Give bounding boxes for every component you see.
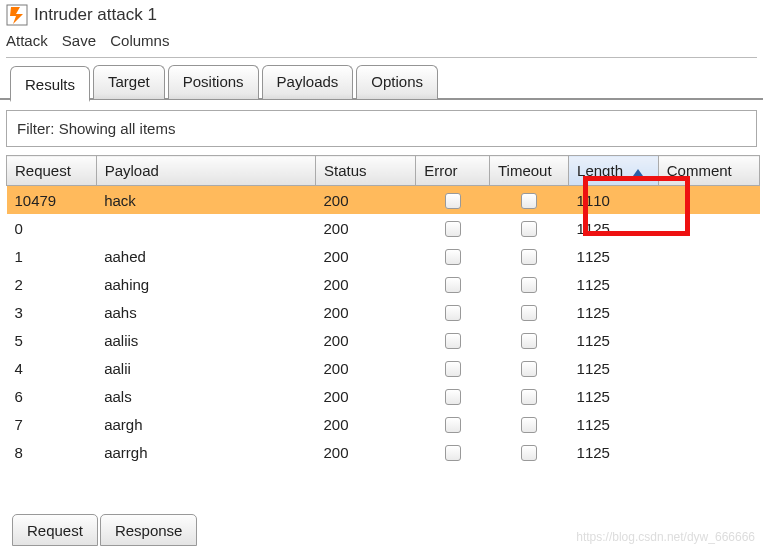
cell-payload: aals <box>96 382 315 410</box>
cell-status: 200 <box>316 382 416 410</box>
tab-positions[interactable]: Positions <box>168 65 259 99</box>
cell-timeout <box>490 438 569 466</box>
window-titlebar: Intruder attack 1 <box>0 0 763 26</box>
cell-error <box>416 242 490 270</box>
cell-request: 5 <box>7 326 97 354</box>
cell-error <box>416 186 490 215</box>
cell-comment <box>658 410 759 438</box>
checkbox-icon[interactable] <box>445 417 461 433</box>
cell-comment <box>658 214 759 242</box>
checkbox-icon[interactable] <box>521 193 537 209</box>
tab-payloads[interactable]: Payloads <box>262 65 354 99</box>
cell-error <box>416 270 490 298</box>
tab-options[interactable]: Options <box>356 65 438 99</box>
tab-response[interactable]: Response <box>100 514 198 546</box>
tab-results[interactable]: Results <box>10 66 90 102</box>
cell-timeout <box>490 298 569 326</box>
cell-payload: aalii <box>96 354 315 382</box>
cell-timeout <box>490 354 569 382</box>
table-row[interactable]: 10479hack2001110 <box>7 186 760 215</box>
table-row[interactable]: 2aahing2001125 <box>7 270 760 298</box>
cell-status: 200 <box>316 242 416 270</box>
cell-length: 1125 <box>569 270 659 298</box>
cell-error <box>416 438 490 466</box>
table-row[interactable]: 02001125 <box>7 214 760 242</box>
filter-bar[interactable]: Filter: Showing all items <box>6 110 757 147</box>
checkbox-icon[interactable] <box>445 389 461 405</box>
tab-request[interactable]: Request <box>12 514 98 546</box>
col-comment[interactable]: Comment <box>658 156 759 186</box>
cell-error <box>416 382 490 410</box>
table-row[interactable]: 5aaliis2001125 <box>7 326 760 354</box>
cell-comment <box>658 326 759 354</box>
checkbox-icon[interactable] <box>445 193 461 209</box>
checkbox-icon[interactable] <box>521 277 537 293</box>
cell-timeout <box>490 214 569 242</box>
cell-comment <box>658 298 759 326</box>
col-error[interactable]: Error <box>416 156 490 186</box>
cell-comment <box>658 438 759 466</box>
table-row[interactable]: 6aals2001125 <box>7 382 760 410</box>
table-row[interactable]: 7aargh2001125 <box>7 410 760 438</box>
checkbox-icon[interactable] <box>521 333 537 349</box>
cell-timeout <box>490 186 569 215</box>
cell-payload <box>96 214 315 242</box>
menu-columns[interactable]: Columns <box>110 32 169 49</box>
col-payload[interactable]: Payload <box>96 156 315 186</box>
col-timeout[interactable]: Timeout <box>490 156 569 186</box>
checkbox-icon[interactable] <box>445 361 461 377</box>
table-row[interactable]: 8aarrgh2001125 <box>7 438 760 466</box>
checkbox-icon[interactable] <box>521 389 537 405</box>
col-length[interactable]: Length <box>569 156 659 186</box>
checkbox-icon[interactable] <box>445 445 461 461</box>
table-row[interactable]: 3aahs2001125 <box>7 298 760 326</box>
cell-status: 200 <box>316 298 416 326</box>
checkbox-icon[interactable] <box>445 333 461 349</box>
col-status[interactable]: Status <box>316 156 416 186</box>
cell-length: 1125 <box>569 354 659 382</box>
cell-request: 0 <box>7 214 97 242</box>
cell-length: 1125 <box>569 298 659 326</box>
checkbox-icon[interactable] <box>521 361 537 377</box>
tab-target[interactable]: Target <box>93 65 165 99</box>
table-row[interactable]: 4aalii2001125 <box>7 354 760 382</box>
cell-status: 200 <box>316 270 416 298</box>
checkbox-icon[interactable] <box>445 249 461 265</box>
cell-timeout <box>490 410 569 438</box>
cell-payload: aarrgh <box>96 438 315 466</box>
checkbox-icon[interactable] <box>521 305 537 321</box>
watermark: https://blog.csdn.net/dyw_666666 <box>576 530 755 544</box>
cell-length: 1110 <box>569 186 659 215</box>
col-request[interactable]: Request <box>7 156 97 186</box>
app-icon <box>6 4 28 26</box>
checkbox-icon[interactable] <box>521 221 537 237</box>
cell-comment <box>658 186 759 215</box>
cell-request: 3 <box>7 298 97 326</box>
cell-request: 6 <box>7 382 97 410</box>
checkbox-icon[interactable] <box>445 277 461 293</box>
menu-attack[interactable]: Attack <box>6 32 48 49</box>
cell-error <box>416 214 490 242</box>
cell-timeout <box>490 242 569 270</box>
cell-error <box>416 354 490 382</box>
cell-status: 200 <box>316 326 416 354</box>
cell-error <box>416 326 490 354</box>
checkbox-icon[interactable] <box>521 417 537 433</box>
cell-payload: aahs <box>96 298 315 326</box>
checkbox-icon[interactable] <box>521 249 537 265</box>
col-length-label: Length <box>577 162 623 179</box>
checkbox-icon[interactable] <box>445 305 461 321</box>
cell-error <box>416 410 490 438</box>
checkbox-icon[interactable] <box>445 221 461 237</box>
menu-save[interactable]: Save <box>62 32 96 49</box>
checkbox-icon[interactable] <box>521 445 537 461</box>
cell-request: 4 <box>7 354 97 382</box>
menu-bar: Attack Save Columns <box>0 26 763 57</box>
cell-timeout <box>490 326 569 354</box>
main-tabs: Results Target Positions Payloads Option… <box>0 58 763 100</box>
table-row[interactable]: 1aahed2001125 <box>7 242 760 270</box>
cell-status: 200 <box>316 186 416 215</box>
cell-status: 200 <box>316 214 416 242</box>
cell-length: 1125 <box>569 214 659 242</box>
cell-status: 200 <box>316 438 416 466</box>
